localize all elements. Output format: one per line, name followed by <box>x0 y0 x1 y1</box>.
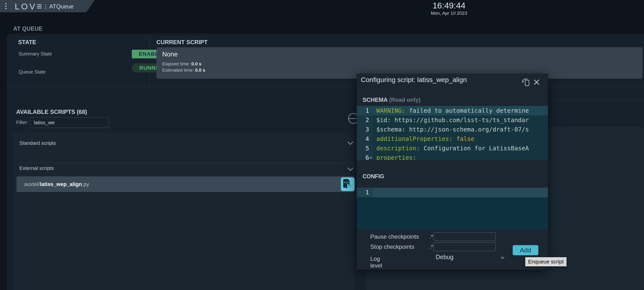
standard-scripts-label: Standard scripts <box>19 140 56 146</box>
clock: 16:49:44 Mon, Apr 10 2023 <box>420 1 478 16</box>
fold-caret-icon[interactable] <box>369 157 372 159</box>
log-level-label: Log level <box>370 256 382 269</box>
scripts-list-panel: Standard scripts External scripts auxtel… <box>13 133 354 290</box>
estimated-time-value: 0.0 s <box>195 67 205 73</box>
current-script-name: None <box>162 51 178 58</box>
filter-label: Filter: <box>16 120 28 125</box>
page-title: ATQueue <box>49 3 74 10</box>
current-script-title: CURRENT SCRIPT <box>156 39 208 46</box>
logo-divider: | <box>45 3 46 10</box>
stop-checkpoints-input[interactable] <box>434 243 496 251</box>
schema-editor: 1WARNING: failed to automatically determ… <box>357 106 548 160</box>
pause-checkpoints-row: Pause checkpoints .* <box>370 232 496 241</box>
log-level-dropdown[interactable]: Debug <box>436 254 508 262</box>
external-scripts-label: External scripts <box>19 165 54 171</box>
clock-time: 16:49:44 <box>420 1 478 10</box>
stop-checkpoints-row: Stop checkpoints .* <box>370 242 496 251</box>
chevron-down-icon <box>347 165 353 171</box>
line-number: 2 <box>357 115 373 125</box>
filter-input[interactable] <box>30 117 109 128</box>
summary-state-label: Summary State <box>18 51 52 57</box>
top-navbar: LOV≡ | ATQueue <box>0 0 96 12</box>
elapsed-time-value: 0.0 s <box>191 61 201 66</box>
stop-checkpoints-label: Stop checkpoints <box>370 244 426 250</box>
state-horizontal-divider <box>8 86 644 87</box>
line-number: 5 <box>357 144 373 153</box>
section-heading: AT QUEUE <box>13 25 42 32</box>
toggle-orientation-button[interactable] <box>521 78 530 87</box>
pause-regex-hint: .* <box>426 234 433 240</box>
log-level-value: Debug <box>436 254 454 261</box>
stop-regex-hint: .* <box>426 244 433 250</box>
config-editor[interactable]: 1 <box>357 188 548 230</box>
pause-checkpoints-label: Pause checkpoints <box>370 233 426 240</box>
code-line: 5description: Configuration for LatissBa… <box>357 144 548 153</box>
modal-title: Configuring script: latiss_wep_align <box>361 76 467 84</box>
state-panel-title: STATE <box>18 39 36 46</box>
code-line: 2$id: https://github.com/lsst-ts/ts_stan… <box>357 115 548 125</box>
add-button[interactable]: Add <box>513 245 538 255</box>
queue-state-label: Queue State <box>18 69 46 75</box>
atqueue-page: LOV≡ | ATQueue 16:49:44 Mon, Apr 10 2023… <box>0 0 644 290</box>
line-number: 6 <box>357 153 373 160</box>
schema-heading: SCHEMA (Read only) <box>362 96 420 103</box>
external-scripts-group[interactable]: External scripts <box>13 163 354 175</box>
code-line: 4additionalProperties: false <box>357 134 548 144</box>
dropdown-caret-icon <box>500 257 505 260</box>
enqueue-script-tooltip: Enqueue script <box>525 257 566 266</box>
script-path: auxtel/latiss_wep_align.py <box>24 176 89 192</box>
line-number: 4 <box>357 134 373 144</box>
line-number: 1 <box>357 106 373 115</box>
elapsed-time-row: Elapsed time: 0.0 s <box>162 61 202 67</box>
config-heading: CONFIG <box>362 173 384 180</box>
play-icon <box>347 184 352 189</box>
standard-scripts-group[interactable]: Standard scripts <box>13 138 354 150</box>
launch-script-button[interactable]: </> <box>341 177 354 191</box>
section-underline <box>7 34 644 34</box>
love-logo: LOV≡ <box>15 1 42 11</box>
available-scripts-title: AVAILABLE SCRIPTS (68) <box>16 109 87 115</box>
code-line: 1 <box>357 188 548 197</box>
script-list-item[interactable]: auxtel/latiss_wep_align.py </> <box>16 176 354 192</box>
code-line: 3$schema: http://json-schema.org/draft-0… <box>357 125 548 134</box>
estimated-time-row: Estimated time: 0.0 s <box>162 67 205 73</box>
menu-kebab-icon[interactable] <box>5 3 6 9</box>
code-line: 6properties: <box>357 153 548 160</box>
pause-checkpoints-input[interactable] <box>434 232 496 241</box>
line-number: 3 <box>357 125 373 134</box>
configure-script-modal: Configuring script: latiss_wep_align SCH… <box>357 74 548 270</box>
state-vertical-divider <box>150 36 150 86</box>
code-line: 1WARNING: failed to automatically determ… <box>357 106 548 115</box>
clock-date: Mon, Apr 10 2023 <box>420 10 478 16</box>
chevron-down-icon <box>347 139 353 145</box>
line-number: 1 <box>357 188 373 197</box>
love-logo-e: ≡ <box>37 1 42 11</box>
close-icon[interactable] <box>532 78 541 86</box>
